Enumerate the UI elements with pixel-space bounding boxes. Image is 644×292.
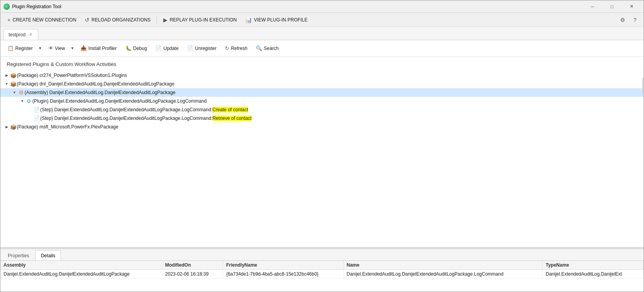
debug-label: Debug <box>133 46 147 51</box>
details-data-table: AssemblyModifiedOnFriendlyNameNameTypeNa… <box>0 261 644 279</box>
replay-plugin-label: REPLAY PLUG-IN EXECUTION <box>169 17 237 23</box>
tree-node-icon: 📄 <box>33 106 40 113</box>
replay-icon: ▶ <box>163 17 168 23</box>
table-body: Danijel.ExtendedAuditLog.DanijelExtended… <box>0 270 644 279</box>
tree-item-pkg2[interactable]: ▼📦(Package) dnl_Danijel.ExtendedAuditLog… <box>0 80 644 88</box>
tree-item-asm1[interactable]: ▼⚙(Assembly) Danijel.ExtendedAuditLog.Da… <box>0 88 644 97</box>
settings-button[interactable]: ⚙ <box>617 14 628 25</box>
view-group: 👁 View ▼ <box>45 43 76 53</box>
unregister-icon: 📄 <box>187 45 193 51</box>
col-header-name: Name <box>343 261 542 270</box>
tree-item-step2[interactable]: 📄(Step) Danijel.ExtendedAuditLog.Danijel… <box>0 114 644 123</box>
search-button[interactable]: 🔍 Search <box>252 43 282 53</box>
register-label: Register <box>15 46 33 51</box>
tree-node-icon: ⚙ <box>18 89 25 96</box>
plus-icon: + <box>7 17 11 23</box>
install-profiler-button[interactable]: 📥 Install Profiler <box>77 43 121 53</box>
tab-bar: testprod ✕ <box>0 27 644 40</box>
table-cell-modifiedon: 2023-02-06 16:18:39 <box>162 270 223 279</box>
reload-orgs-label: RELOAD ORGANIZATIONS <box>91 17 150 23</box>
search-label: Search <box>264 46 278 51</box>
main-content: Registered Plugins & Custom Workflow Act… <box>0 57 644 292</box>
col-header-modifiedon: ModifiedOn <box>162 261 223 270</box>
refresh-icon: ↻ <box>225 45 229 51</box>
help-button[interactable]: ? <box>630 14 640 25</box>
tree-node-icon: ⚙ <box>25 98 32 105</box>
update-icon: 📄 <box>155 45 162 51</box>
table-cell-name: Danijel.ExtendedAuditLog.DanijelExtended… <box>343 270 542 279</box>
create-connection-menu[interactable]: + CREATE NEW CONNECTION <box>4 15 80 25</box>
maximize-button[interactable]: □ <box>603 0 621 13</box>
tree-area: Registered Plugins & Custom Workflow Act… <box>0 57 644 247</box>
tree-label: (Plugin) Danijel.ExtendedAuditLog.Danije… <box>32 98 207 104</box>
register-icon: 📋 <box>7 45 14 51</box>
tab-testprod[interactable]: testprod ✕ <box>4 29 38 40</box>
tab-properties[interactable]: Properties <box>2 250 35 260</box>
table-header-row: AssemblyModifiedOnFriendlyNameNameTypeNa… <box>0 261 644 270</box>
menu-bar: + CREATE NEW CONNECTION ↺ RELOAD ORGANIZ… <box>0 13 644 27</box>
tab-details[interactable]: Details <box>35 250 61 260</box>
view-icon: 👁 <box>48 45 54 51</box>
close-button[interactable]: ✕ <box>623 0 640 13</box>
tree-label-pre: (Step) Danijel.ExtendedAuditLog.DanijelE… <box>40 116 212 121</box>
register-dropdown-arrow[interactable]: ▼ <box>37 44 44 52</box>
bottom-panel: Properties Details AssemblyModifiedOnFri… <box>0 249 644 292</box>
menu-right: ⚙ ? <box>617 14 640 25</box>
table-row[interactable]: Danijel.ExtendedAuditLog.DanijelExtended… <box>0 270 644 279</box>
col-header-friendlyname: FriendlyName <box>223 261 343 270</box>
tree-node-icon: 📦 <box>10 80 17 87</box>
view-profile-menu[interactable]: 📊 VIEW PLUG-IN PROFILE <box>241 15 311 25</box>
tree-node-icon: 📄 <box>33 115 40 122</box>
create-connection-label: CREATE NEW CONNECTION <box>12 17 76 23</box>
refresh-button[interactable]: ↻ Refresh <box>221 43 251 53</box>
tree-expander[interactable]: ▼ <box>4 81 10 87</box>
view-label: View <box>55 46 65 51</box>
tree-label: (Package) msft_Microsoft.PowerFx.PlexPac… <box>17 124 118 130</box>
update-label: Update <box>163 46 178 51</box>
register-group: 📋 Register ▼ <box>4 43 44 53</box>
register-button[interactable]: 📋 Register <box>4 43 37 53</box>
tree-label: (Assembly) Danijel.ExtendedAuditLog.Dani… <box>25 90 175 95</box>
tree-label: (Package) cr274_PowerPlatformVSSolution1… <box>17 73 127 78</box>
tree-expander[interactable] <box>27 115 33 121</box>
reload-orgs-menu[interactable]: ↺ RELOAD ORGANIZATIONS <box>81 15 154 25</box>
tree-item-pkg1[interactable]: ▶📦(Package) cr274_PowerPlatformVSSolutio… <box>0 71 644 80</box>
tree-item-plugin1[interactable]: ▼⚙(Plugin) Danijel.ExtendedAuditLog.Dani… <box>0 97 644 105</box>
table-cell-friendlyname: {6a734de1-7b9d-4ba5-abc8-15e132bc46b0} <box>223 270 343 279</box>
minimize-button[interactable]: ─ <box>583 0 601 13</box>
tab-close-button[interactable]: ✕ <box>28 32 33 37</box>
unregister-label: Unregister <box>195 46 216 51</box>
tree-label: (Package) dnl_Danijel.ExtendedAuditLog.D… <box>17 81 175 87</box>
tree-label-pre: (Step) Danijel.ExtendedAuditLog.DanijelE… <box>40 107 212 112</box>
view-button[interactable]: 👁 View <box>45 43 69 53</box>
tree-label-highlighted: Retrieve of contact <box>212 116 252 121</box>
section-title: Registered Plugins & Custom Workflow Act… <box>0 61 644 71</box>
resize-handle[interactable] <box>642 78 644 94</box>
tree-expander[interactable]: ▶ <box>4 72 10 78</box>
tree-expander[interactable]: ▼ <box>19 98 25 104</box>
tree-expander[interactable]: ▼ <box>11 89 18 96</box>
tree-item-pkg3[interactable]: ▶📦(Package) msft_Microsoft.PowerFx.PlexP… <box>0 123 644 131</box>
bottom-tabs: Properties Details <box>0 249 644 261</box>
tree-container: ▶📦(Package) cr274_PowerPlatformVSSolutio… <box>0 71 644 131</box>
debug-button[interactable]: 🐛 Debug <box>121 43 151 53</box>
tab-label: testprod <box>9 32 25 37</box>
install-profiler-label: Install Profiler <box>88 46 117 51</box>
details-table: AssemblyModifiedOnFriendlyNameNameTypeNa… <box>0 261 644 292</box>
app-icon <box>4 4 10 10</box>
col-header-assembly: Assembly <box>0 261 162 270</box>
col-header-typename: TypeName <box>542 261 644 270</box>
tree-expander[interactable]: ▶ <box>4 124 10 130</box>
tree-item-step1[interactable]: 📄(Step) Danijel.ExtendedAuditLog.Danijel… <box>0 105 644 114</box>
tree-expander[interactable] <box>27 107 33 113</box>
replay-plugin-menu[interactable]: ▶ REPLAY PLUG-IN EXECUTION <box>159 15 241 25</box>
update-button[interactable]: 📄 Update <box>152 43 182 53</box>
unregister-button[interactable]: 📄 Unregister <box>183 43 220 53</box>
view-profile-label: VIEW PLUG-IN PROFILE <box>254 17 307 23</box>
refresh-label: Refresh <box>231 46 247 51</box>
app-title: Plugin Registration Tool <box>12 4 583 9</box>
toolbar: 📋 Register ▼ 👁 View ▼ 📥 Install Profiler… <box>0 40 644 57</box>
search-icon: 🔍 <box>256 45 262 51</box>
table-header: AssemblyModifiedOnFriendlyNameNameTypeNa… <box>0 261 644 270</box>
view-dropdown-arrow[interactable]: ▼ <box>69 44 76 52</box>
